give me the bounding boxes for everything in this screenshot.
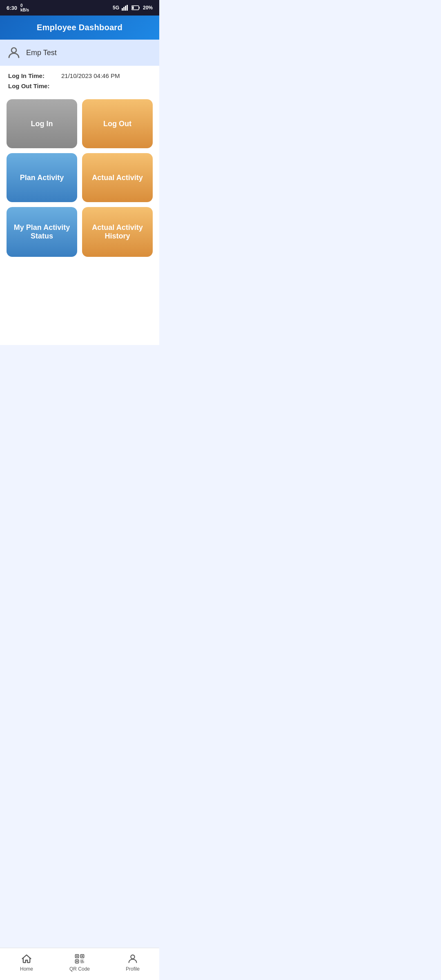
logout-time-label: Log Out Time:	[8, 82, 61, 89]
svg-rect-1	[123, 7, 125, 11]
svg-rect-5	[132, 7, 134, 9]
actual-activity-history-button[interactable]: Actual Activity History	[82, 207, 153, 257]
page-header: Employee Dashboard	[0, 16, 159, 40]
svg-rect-2	[125, 6, 126, 11]
login-time-label: Log In Time:	[8, 72, 61, 79]
main-content: Emp Test Log In Time: 21/10/2023 04:46 P…	[0, 40, 159, 378]
login-time-row: Log In Time: 21/10/2023 04:46 PM	[8, 72, 151, 79]
log-out-button[interactable]: Log Out	[82, 99, 153, 148]
status-time: 6:30 0kB/s	[7, 3, 29, 12]
svg-rect-0	[122, 8, 123, 11]
login-time-value: 21/10/2023 04:46 PM	[61, 72, 120, 79]
dashboard-grid: Log In Log Out Plan Activity Actual Acti…	[0, 96, 159, 263]
status-icons: 5G 20%	[113, 5, 153, 11]
status-bar: 6:30 0kB/s 5G 20%	[0, 0, 159, 16]
info-section: Log In Time: 21/10/2023 04:46 PM Log Out…	[0, 66, 159, 96]
actual-activity-button[interactable]: Actual Activity	[82, 153, 153, 202]
content-spacer	[0, 263, 159, 345]
user-name: Emp Test	[26, 49, 57, 57]
log-in-button[interactable]: Log In	[7, 99, 77, 148]
my-plan-activity-status-button[interactable]: My Plan Activity Status	[7, 207, 77, 257]
svg-rect-3	[127, 5, 128, 11]
svg-rect-6	[139, 7, 140, 9]
battery-icon	[131, 5, 140, 10]
signal-icon	[122, 5, 129, 11]
svg-point-7	[11, 48, 16, 53]
logout-time-row: Log Out Time:	[8, 82, 151, 89]
user-avatar-icon	[7, 45, 21, 60]
user-row: Emp Test	[0, 40, 159, 66]
plan-activity-button[interactable]: Plan Activity	[7, 153, 77, 202]
